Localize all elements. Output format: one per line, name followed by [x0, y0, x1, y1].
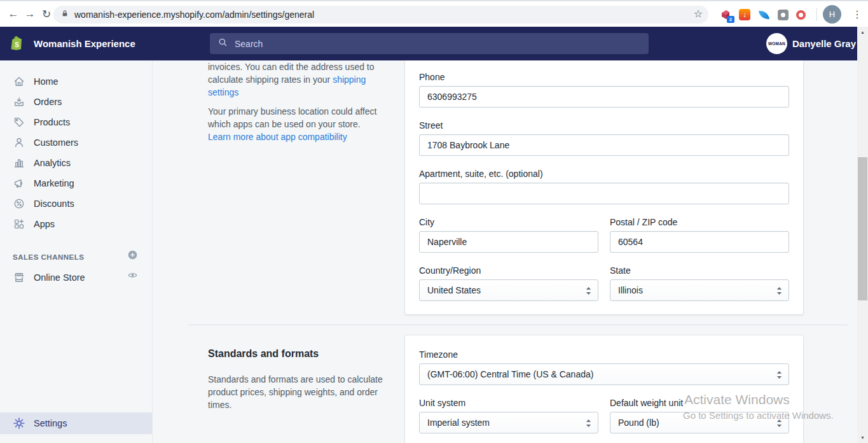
- download-arrow-icon: ↓: [739, 9, 750, 20]
- sales-channels-heading: SALES CHANNELS: [13, 253, 84, 261]
- extension-download-icon[interactable]: ↓: [738, 8, 751, 21]
- phone-input[interactable]: [419, 86, 789, 108]
- sidebar-item-label: Orders: [34, 97, 62, 107]
- unit-system-select-value: Imperial system: [427, 418, 490, 428]
- zip-input[interactable]: [610, 231, 789, 253]
- app-compatibility-link[interactable]: Learn more about app compatibility: [208, 132, 347, 142]
- discount-badge-icon: [13, 197, 25, 210]
- url-text: womanish-experience.myshopify.com/admin/…: [74, 10, 314, 20]
- sidebar-item-customers[interactable]: Customers: [0, 132, 152, 153]
- sidebar-item-discounts[interactable]: Discounts: [0, 193, 152, 214]
- sidebar-item-label: Discounts: [34, 199, 74, 209]
- state-select[interactable]: Illinois: [610, 279, 789, 301]
- sidebar-item-apps[interactable]: Apps: [0, 214, 152, 234]
- sidebar-item-label: Products: [34, 117, 70, 127]
- city-input[interactable]: [419, 231, 598, 253]
- country-select-value: United States: [427, 285, 481, 295]
- section-divider: [188, 325, 848, 325]
- sidebar-item-label: Apps: [34, 219, 55, 229]
- admin-search-input[interactable]: Search: [210, 33, 649, 54]
- tag-icon: [13, 116, 25, 129]
- scrollbar-thumb[interactable]: [858, 157, 867, 300]
- standards-description: Standards and formats are used to calcul…: [208, 373, 383, 411]
- timezone-select-value: (GMT-06:00) Central Time (US & Canada): [427, 369, 593, 379]
- settings-general-content: invoices. You can edit the address used …: [153, 60, 857, 443]
- sidebar-item-products[interactable]: Products: [0, 112, 152, 132]
- sidebar-item-settings[interactable]: Settings: [0, 412, 152, 434]
- country-label: Country/Region: [419, 265, 481, 276]
- app-compatibility-description: Your primary business location could aff…: [208, 105, 383, 143]
- state-label: State: [610, 265, 631, 276]
- apartment-label: Apartment, suite, etc. (optional): [419, 169, 543, 179]
- lock-icon: [61, 9, 69, 20]
- sidebar-item-label: Marketing: [34, 178, 74, 188]
- sidebar-item-label: Online Store: [34, 272, 85, 283]
- extension-red-swirl-icon[interactable]: [794, 8, 807, 21]
- extension-badge: 2: [727, 16, 734, 23]
- standards-heading: Standards and formats: [208, 348, 319, 360]
- user-name[interactable]: Danyelle Gray: [792, 27, 856, 60]
- extension-camera-icon[interactable]: [776, 8, 789, 21]
- address-bar[interactable]: womanish-experience.myshopify.com/admin/…: [53, 6, 708, 24]
- home-icon: [13, 75, 25, 88]
- city-label: City: [419, 217, 434, 227]
- activate-windows-subtext: Go to Settings to activate Windows.: [683, 410, 834, 421]
- storefront-icon: [13, 271, 25, 284]
- address-card: Phone Street Apartment, suite, etc. (opt…: [405, 60, 803, 314]
- megaphone-icon: [13, 177, 25, 190]
- street-input[interactable]: [419, 134, 789, 156]
- weight-unit-label: Default weight unit: [610, 398, 683, 408]
- country-select[interactable]: United States: [419, 279, 598, 301]
- search-icon: [217, 37, 228, 50]
- gear-icon: [13, 417, 25, 430]
- street-label: Street: [419, 120, 443, 130]
- page-scrollbar[interactable]: ▲ ▼: [857, 27, 868, 443]
- standards-card: Timezone (GMT-06:00) Central Time (US & …: [405, 335, 803, 443]
- unit-system-select[interactable]: Imperial system: [419, 412, 598, 433]
- browser-toolbar: ← → ↻ womanish-experience.myshopify.com/…: [0, 0, 868, 27]
- activate-windows-watermark: Activate Windows: [684, 392, 790, 407]
- timezone-label: Timezone: [419, 349, 458, 360]
- sidebar-item-home[interactable]: Home: [0, 71, 152, 92]
- select-stepper-icon: [586, 419, 591, 430]
- phone-label: Phone: [419, 72, 444, 82]
- unit-system-label: Unit system: [419, 398, 465, 408]
- sidebar-item-label: Customers: [34, 137, 78, 148]
- search-placeholder: Search: [235, 39, 263, 49]
- orders-icon: [13, 95, 25, 108]
- address-description: invoices. You can edit the address used …: [208, 60, 383, 99]
- user-avatar[interactable]: WOMAN: [766, 33, 787, 54]
- add-sales-channel-button[interactable]: [127, 250, 138, 263]
- browser-menu-icon[interactable]: ⋮: [850, 4, 864, 24]
- shopify-logo-letter: S: [15, 41, 19, 48]
- view-online-store-eye-icon[interactable]: [127, 270, 138, 283]
- sidebar-item-marketing[interactable]: Marketing: [0, 173, 152, 193]
- app-compatibility-text: Your primary business location could aff…: [208, 106, 376, 129]
- apartment-input[interactable]: [419, 183, 789, 204]
- shopify-logo[interactable]: S: [10, 35, 25, 55]
- screen: ← → ↻ womanish-experience.myshopify.com/…: [0, 0, 868, 443]
- timezone-select[interactable]: (GMT-06:00) Central Time (US & Canada): [419, 363, 789, 385]
- select-stepper-icon: [776, 370, 782, 381]
- extension-pink-icon[interactable]: 2: [719, 8, 732, 21]
- bookmark-star-icon[interactable]: ☆: [694, 8, 703, 20]
- bar-chart-icon: [13, 157, 25, 169]
- select-stepper-icon: [586, 286, 591, 297]
- weight-unit-select-value: Pound (lb): [618, 418, 659, 428]
- sidebar-item-label: Settings: [34, 418, 67, 428]
- browser-profile-avatar[interactable]: H: [823, 5, 841, 24]
- zip-label: Postal / ZIP code: [610, 217, 677, 227]
- toolbar-divider: [816, 8, 817, 21]
- sidebar-item-analytics[interactable]: Analytics: [0, 153, 152, 173]
- store-name: Womanish Experience: [34, 27, 135, 60]
- person-icon: [13, 136, 25, 149]
- sidebar-item-orders[interactable]: Orders: [0, 92, 152, 112]
- scroll-up-icon[interactable]: ▲: [857, 27, 868, 38]
- sidebar-item-label: Analytics: [34, 158, 71, 168]
- shopify-topbar: S Womanish Experience Search WOMAN Danye…: [0, 27, 857, 60]
- scroll-down-icon[interactable]: ▼: [857, 432, 868, 443]
- extension-feather-icon[interactable]: [757, 8, 770, 21]
- state-select-value: Illinois: [618, 285, 643, 295]
- select-stepper-icon: [776, 286, 782, 297]
- apps-grid-icon: [13, 218, 25, 230]
